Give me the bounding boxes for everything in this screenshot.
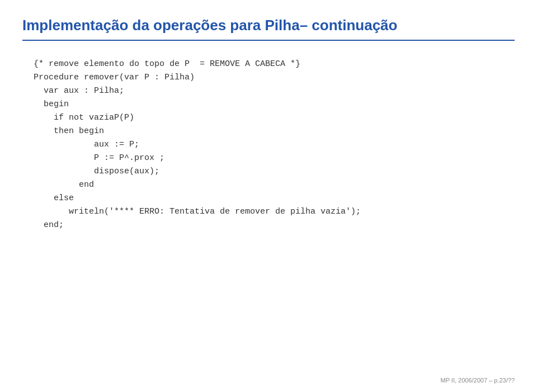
code-line-9: dispose(aux); <box>34 167 159 176</box>
code-line-7: aux := P; <box>34 140 139 149</box>
code-line-3: var aux : Pilha; <box>34 86 124 96</box>
title-divider <box>22 40 515 41</box>
code-line-10: end <box>34 180 94 190</box>
code-block: {* remove elemento do topo de P = REMOVE… <box>22 58 515 232</box>
code-line-4: begin <box>34 100 69 109</box>
footer: MP II, 2006/2007 – p.23/?? <box>440 377 515 384</box>
footer-text: MP II, 2006/2007 – p.23/?? <box>440 377 515 384</box>
code-line-6: then begin <box>34 126 104 136</box>
code-line-12: writeln('**** ERRO: Tentativa de remover… <box>34 207 361 216</box>
code-line-13: end; <box>34 220 64 230</box>
page-title: Implementação da operações para Pilha– c… <box>22 17 515 34</box>
code-line-11: else <box>34 193 74 203</box>
code-line-2: Procedure remover(var P : Pilha) <box>34 73 195 82</box>
code-line-5: if not vaziaP(P) <box>34 113 134 122</box>
code-line-8: P := P^.prox ; <box>34 153 164 163</box>
code-line-1: {* remove elemento do topo de P = REMOVE… <box>34 59 300 69</box>
page-container: Implementação da operações para Pilha– c… <box>0 0 537 392</box>
